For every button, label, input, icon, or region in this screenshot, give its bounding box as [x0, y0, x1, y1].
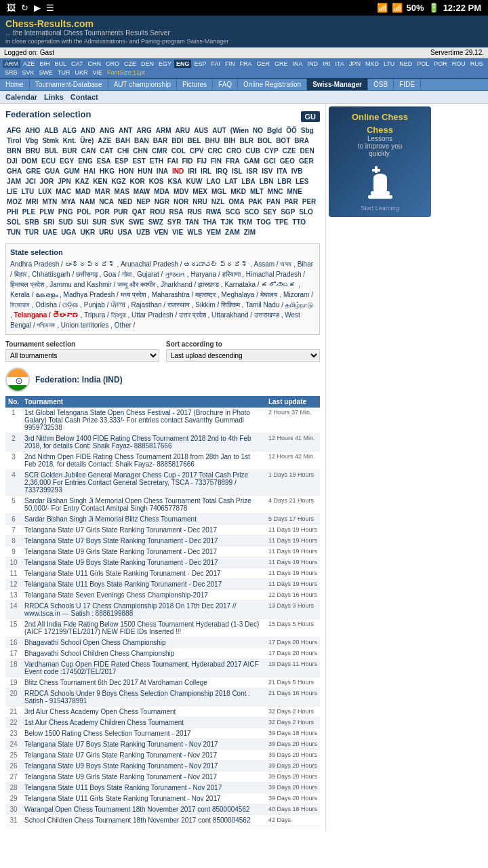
tournament-link[interactable]: Telangana State U9 Girls State Ranking T… — [24, 548, 217, 555]
fed-mex[interactable]: MEX — [191, 187, 209, 196]
state-gujarat[interactable]: Gujarat / ગુજરાત — [137, 271, 185, 278]
fed-brn[interactable]: BRN — [5, 146, 23, 155]
fed-fra[interactable]: FRA — [224, 157, 241, 165]
fed-lie[interactable]: LIE — [5, 187, 19, 196]
fed-alg[interactable]: ALG — [61, 126, 78, 135]
fed-nru[interactable]: NRU — [191, 197, 209, 206]
subnav-home[interactable]: Home — [0, 79, 30, 90]
fed-mnc[interactable]: MNC — [266, 187, 285, 196]
fed-bur[interactable]: BUR — [61, 146, 79, 155]
tournament-link[interactable]: 2nd All India Fide Rating Below 1500 Che… — [24, 620, 259, 635]
nav-aze[interactable]: AZE — [21, 60, 37, 68]
fed-rou[interactable]: ROU — [148, 208, 166, 216]
tournament-link[interactable]: RRDCA Schools U 17 Chess Championship 20… — [24, 602, 236, 617]
fed-hun[interactable]: HUN — [136, 167, 154, 176]
fed-aut[interactable]: AUT — [211, 126, 228, 135]
fed-scg[interactable]: SCG — [224, 208, 242, 216]
fed-lbn[interactable]: LBN — [258, 177, 275, 186]
fed-chn[interactable]: CHN — [131, 146, 149, 155]
fed-nca[interactable]: NCA — [98, 197, 115, 206]
fed-chi[interactable]: CHI — [116, 146, 130, 155]
nav-srb[interactable]: SRB — [3, 68, 20, 77]
fed-eng[interactable]: ENG — [77, 157, 94, 165]
nav-ita[interactable]: ITA — [333, 60, 346, 68]
fed-fid[interactable]: FID — [180, 157, 194, 165]
tournament-link[interactable]: 3rd Nithm Below 1400 FIDE Rating Chess T… — [24, 435, 251, 450]
nav-ned[interactable]: NED — [397, 60, 414, 68]
fed-zam[interactable]: ZAM — [224, 228, 241, 237]
fed-lao[interactable]: LAO — [205, 177, 222, 186]
tournament-link[interactable]: Telangana State U7 Boys State Ranking To… — [24, 741, 218, 748]
nav-ltu[interactable]: LTU — [382, 60, 396, 68]
fed-tirol[interactable]: Tirol — [5, 136, 22, 145]
fed-ned[interactable]: NED — [117, 197, 134, 206]
fed-hai[interactable]: HAI — [82, 167, 96, 176]
fed-wls[interactable]: WLS — [186, 228, 203, 237]
fed-ger[interactable]: GER — [298, 157, 315, 165]
fed-pak[interactable]: PAK — [247, 197, 264, 206]
tournament-link[interactable]: Sardar Bishan Singh Ji Memorial Blitz Ch… — [24, 515, 197, 523]
fed-irq[interactable]: IRQ — [214, 167, 229, 176]
link-links[interactable]: Links — [44, 93, 64, 101]
nav-rus[interactable]: RUS — [468, 60, 485, 68]
nav-egy[interactable]: EGY — [157, 60, 174, 68]
fed-iri[interactable]: IRI — [186, 167, 198, 176]
tournament-link[interactable]: 1st Global Telangana State Open Chess Fe… — [24, 409, 250, 431]
nav-rou[interactable]: ROU — [450, 60, 468, 68]
fed-isr[interactable]: ISR — [245, 167, 260, 176]
fed-afg[interactable]: AFG — [5, 126, 22, 135]
fed-rsa[interactable]: RSA — [167, 208, 184, 216]
fed-sey[interactable]: SEY — [262, 208, 278, 216]
fed-no[interactable]: NO — [251, 126, 264, 135]
fed-esa[interactable]: ESA — [96, 157, 113, 165]
fed-cat[interactable]: CAT — [98, 146, 115, 155]
fed-blr[interactable]: BLR — [238, 136, 255, 145]
fed-zim[interactable]: ZIM — [243, 228, 257, 237]
fed-sbg[interactable]: Sbg — [300, 126, 315, 135]
state-odisha[interactable]: Odisha / ଓଡ଼ିଶା — [35, 301, 78, 309]
fed-rus[interactable]: RUS — [186, 208, 203, 216]
fed-per[interactable]: PER — [301, 197, 318, 206]
fed-rwa[interactable]: RWA — [205, 208, 223, 216]
fed-geo[interactable]: GEO — [279, 157, 296, 165]
fed-bhu[interactable]: BHU — [204, 136, 222, 145]
fed-den[interactable]: DEN — [299, 146, 316, 155]
nav-cze[interactable]: CZE — [122, 60, 138, 68]
nav-fai[interactable]: FAI — [209, 60, 222, 68]
fed-bdi[interactable]: BDI — [170, 136, 184, 145]
fed-kor[interactable]: KOR — [129, 177, 146, 186]
fed-irl[interactable]: IRL — [199, 167, 213, 176]
tournament-link[interactable]: 2nd Nithm Open FIDE Rating Chess Tournam… — [24, 453, 250, 468]
fed-tog[interactable]: TOG — [255, 218, 272, 226]
tournament-link[interactable]: RRDCA Schools Under 9 Boys Chess Selecti… — [24, 690, 250, 705]
fed-nor[interactable]: NOR — [172, 197, 190, 206]
tournament-link[interactable]: Bhagavathi School Open Chess Championshi… — [24, 639, 165, 646]
subnav-swiss-manager[interactable]: Swiss-Manager — [307, 79, 368, 90]
subnav-tournament-db[interactable]: Tournament-Database — [30, 79, 108, 90]
tournament-link[interactable]: Telangana State U9 Boys State Ranking To… — [24, 559, 218, 566]
tournament-link[interactable]: Warangal Open Chess Tournament 18th Nove… — [24, 806, 249, 813]
fed-bel[interactable]: BEL — [186, 136, 203, 145]
fed-jor[interactable]: JOR — [39, 177, 56, 186]
tournament-link[interactable]: Telangana State U7 Girls State Ranking T… — [24, 751, 217, 759]
fed-cze[interactable]: CZE — [281, 146, 298, 155]
fed-ant[interactable]: ANT — [117, 126, 134, 135]
state-assam[interactable]: Assam / অসম — [253, 260, 291, 268]
fed-ind[interactable]: IND — [171, 167, 185, 176]
tournament-link[interactable]: SCR Golden Jubilee General Manager Chess… — [24, 471, 248, 494]
tournament-link[interactable]: Below 1500 Rating Chess Selection Tourna… — [24, 730, 191, 737]
fed-tun[interactable]: TUN — [5, 228, 22, 237]
nav-ind[interactable]: IND — [306, 60, 321, 68]
fed-dji[interactable]: DJI — [5, 157, 19, 165]
fed-ple[interactable]: PLE — [21, 208, 37, 216]
tournament-select[interactable]: All tournaments — [5, 349, 159, 362]
nav-pol[interactable]: POL — [415, 60, 431, 68]
fed-nam[interactable]: NAM — [79, 197, 97, 206]
fed-nzl[interactable]: NZL — [210, 197, 226, 206]
nav-fontsize[interactable]: FontSize:11pt — [105, 68, 147, 77]
fed-fij[interactable]: FIJ — [196, 157, 208, 165]
nav-jpn[interactable]: JPN — [347, 60, 363, 68]
state-goa[interactable]: Goa / गोवा — [103, 271, 131, 278]
fed-eth[interactable]: ETH — [148, 157, 165, 165]
fed-bah[interactable]: BAH — [114, 136, 131, 145]
